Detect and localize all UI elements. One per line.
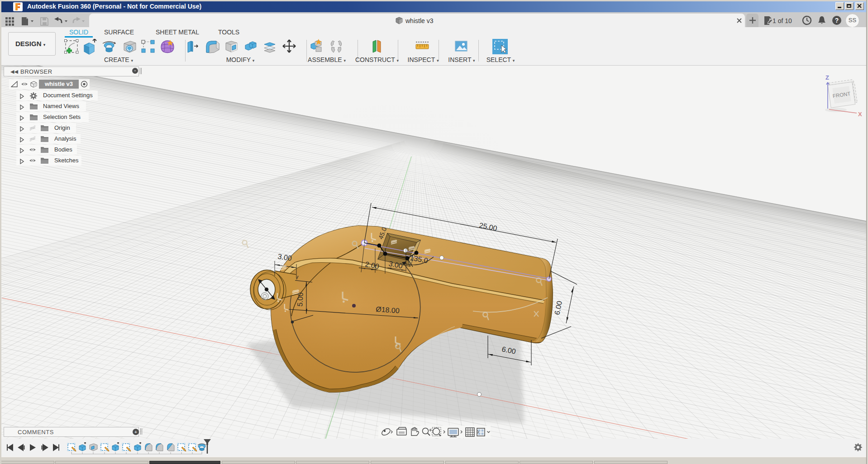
svg-text:5.00: 5.00: [296, 292, 305, 307]
svg-text:6.00: 6.00: [553, 300, 563, 316]
svg-text:?: ?: [835, 17, 839, 24]
svg-text:3.00: 3.00: [277, 252, 293, 262]
svg-text:X: X: [858, 111, 862, 118]
svg-text:25.00: 25.00: [478, 221, 498, 232]
svg-text:Z: Z: [825, 74, 829, 81]
